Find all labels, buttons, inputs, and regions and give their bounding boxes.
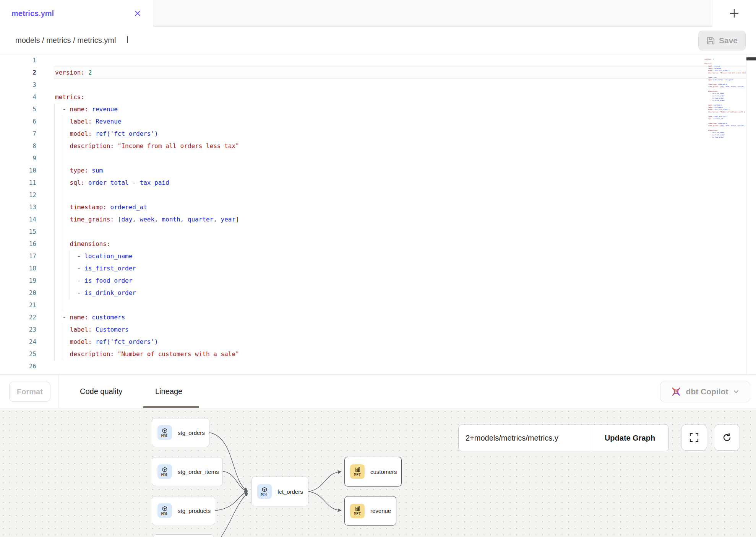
line-number: 26 [0, 360, 36, 373]
code-line [55, 152, 741, 164]
line-number: 21 [0, 299, 36, 311]
code-line [55, 189, 741, 201]
refresh-icon [722, 432, 732, 443]
model-tile: MDL [157, 503, 172, 518]
line-number: 14 [0, 213, 36, 226]
scrollbar-marker[interactable] [746, 57, 756, 60]
code-line [55, 299, 741, 311]
code-line [55, 226, 741, 238]
code-line: label: Revenue [55, 116, 741, 128]
lineage-canvas[interactable]: MDLstg_ordersMDLstg_order_itemsMDLstg_pr… [0, 408, 756, 537]
tab-code-quality[interactable]: Code quality [80, 375, 122, 408]
line-number: 4 [0, 91, 36, 103]
copilot-label: dbt Copilot [686, 387, 728, 396]
tab-title: metrics.yml [11, 9, 54, 18]
format-button[interactable]: Format [9, 382, 50, 402]
node-label: fct_orders [277, 488, 303, 495]
code-line: - is_first_order [55, 262, 741, 275]
lineage-node-revenue[interactable]: METrevenue [344, 496, 396, 526]
close-icon[interactable] [134, 10, 141, 17]
line-number: 12 [0, 189, 36, 201]
line-number: 25 [0, 348, 36, 360]
tab-lineage[interactable]: Lineage [155, 375, 182, 408]
code-line: - name: customers [55, 311, 741, 324]
line-number: 20 [0, 287, 36, 299]
tile-kind-label: MDL [161, 434, 168, 438]
tile-kind-label: MET [354, 473, 361, 477]
node-label: stg_products [178, 508, 211, 514]
minimap-line: description: "Number of customers with a… [704, 111, 746, 113]
model-cube-icon [261, 487, 268, 493]
code-line: model: ref('fct_orders') [55, 336, 741, 348]
metric-chart-icon [354, 467, 360, 473]
fullscreen-icon [689, 433, 699, 443]
code-line: - location_name [55, 250, 741, 262]
code-line: - name: revenue [55, 103, 741, 116]
line-number: 2 [0, 67, 36, 79]
lineage-node-stg_orders[interactable]: MDLstg_orders [152, 418, 209, 447]
dbt-copilot-logo-icon [671, 386, 681, 397]
new-tab-button[interactable] [712, 0, 756, 27]
code-line: time_grains: [day, week, month, quarter,… [55, 213, 741, 226]
node-label: customers [370, 469, 397, 475]
line-number: 16 [0, 238, 36, 250]
line-number: 23 [0, 324, 36, 336]
line-number: 9 [0, 152, 36, 164]
tab-metrics-yml[interactable]: metrics.yml [0, 0, 154, 27]
line-number: 8 [0, 140, 36, 152]
text-caret [127, 36, 128, 43]
lineage-node-stg_order_items[interactable]: MDLstg_order_items [152, 457, 223, 486]
code-quality-label: Code quality [80, 387, 122, 396]
save-button[interactable]: Save [698, 31, 746, 50]
format-label: Format [17, 387, 43, 396]
minimap-line: - is_food_order [704, 136, 746, 138]
model-tile: MDL [257, 484, 272, 499]
save-label: Save [719, 36, 738, 45]
line-number: 13 [0, 201, 36, 213]
graph-controls: Update Graph [458, 425, 669, 451]
line-number: 24 [0, 336, 36, 348]
code-line: metrics: [55, 91, 741, 103]
refresh-button[interactable] [714, 425, 740, 451]
lineage-node-stg_products[interactable]: MDLstg_products [152, 496, 215, 525]
tile-kind-label: MET [354, 512, 361, 516]
minimap[interactable]: version: 2metrics: - name: revenue label… [704, 56, 746, 171]
lineage-node-customers[interactable]: METcustomers [344, 457, 402, 487]
line-number: 15 [0, 226, 36, 238]
lineage-node-fct_orders[interactable]: MDLfct_orders [251, 477, 308, 506]
line-number: 18 [0, 262, 36, 275]
indent-guide [62, 116, 62, 311]
graph-selector-input[interactable] [459, 425, 591, 451]
code-line: description: "Income from all orders les… [55, 140, 741, 152]
line-number: 10 [0, 164, 36, 177]
metric-chart-icon [354, 506, 360, 512]
editor-toolbar: Format Code quality Lineage dbt Copilot [0, 375, 756, 408]
model-cube-icon [162, 428, 168, 434]
node-label: revenue [370, 508, 391, 514]
line-number: 1 [0, 54, 36, 67]
code-line: type: sum [55, 164, 741, 177]
tile-kind-label: MDL [161, 512, 168, 516]
model-tile: MDL [157, 425, 172, 440]
indent-guide [70, 250, 70, 299]
update-graph-button[interactable]: Update Graph [591, 425, 668, 451]
line-number-gutter: 1234567891011121314151617181920212223242… [0, 54, 36, 373]
code-line: description: "Number of customers with a… [55, 348, 741, 360]
code-editor[interactable]: 1234567891011121314151617181920212223242… [0, 54, 756, 375]
dbt-copilot-button[interactable]: dbt Copilot [660, 381, 750, 402]
plus-icon [728, 8, 740, 19]
code-line: timestamp: ordered_at [55, 201, 741, 213]
code-line: model: ref('fct_orders') [55, 128, 741, 140]
lineage-node-partial[interactable]: MDL [153, 534, 214, 537]
line-number: 22 [0, 311, 36, 324]
metric-tile: MET [350, 504, 365, 518]
tile-kind-label: MDL [161, 473, 168, 477]
indent-guide [62, 324, 62, 360]
breadcrumb: models / metrics / metrics.yml [15, 36, 116, 45]
minimap-line: time_grains: [day, week, month, quarter,… [704, 125, 746, 127]
code-content: version: 2metrics: - name: revenue label… [55, 54, 741, 373]
node-label: stg_order_items [178, 469, 219, 475]
fullscreen-button[interactable] [681, 425, 707, 451]
line-number: 5 [0, 103, 36, 116]
tile-kind-label: MDL [261, 493, 268, 497]
